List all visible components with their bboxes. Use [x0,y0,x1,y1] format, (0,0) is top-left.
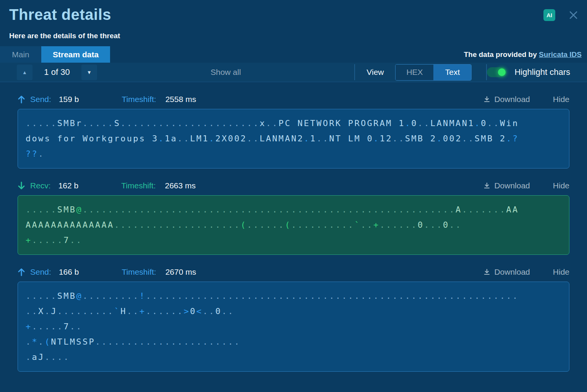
hide-button[interactable]: Hide [553,267,569,277]
direction-label: Send: [30,267,51,277]
stream-line: ??. [26,146,561,162]
stream-content: .....SMB@...............................… [18,195,569,255]
tab-stream-data[interactable]: Stream data [41,46,110,63]
download-icon [483,182,490,189]
stream-size: 159 b [59,95,79,104]
hide-button[interactable]: Hide [553,181,569,190]
stream-toolbar: ▲ 1 of 30 ▼ Show all View HEX Text Highl… [0,63,587,82]
stream-size: 162 b [58,181,79,190]
stream-section: Send: 166 b Timeshift: 2670 ms Download … [0,255,587,372]
download-icon [483,269,490,275]
view-text-button[interactable]: Text [433,65,471,80]
download-icon [483,96,490,103]
tab-main[interactable]: Main [0,46,41,63]
tab-bar: Main Stream data The data provided by Su… [0,46,587,63]
stream-list: Send: 159 b Timeshift: 2558 ms Download … [0,82,587,372]
stream-line: .....SMB@.........!.....................… [26,288,561,304]
stream-line: AAAAAAAAAAAAAA....................(.....… [26,217,561,233]
dialog-header: Threat details AI Here are the details o… [0,0,587,40]
show-all-button[interactable]: Show all [211,68,241,77]
close-icon [568,16,579,21]
page-title: Threat details [9,6,578,23]
stream-line: dows for Workgroups 3.1a..LM1.2X002..LAN… [26,131,561,146]
stream-line: .....SMB@...............................… [26,202,561,217]
stream-line: +.....7.. [26,233,561,248]
timeshift-label: Timeshift: [122,95,156,104]
timeshift-value: 2663 ms [165,181,196,190]
stream-section: Send: 159 b Timeshift: 2558 ms Download … [0,82,587,168]
highlight-chars-label: Highlight chars [514,67,570,77]
close-button[interactable] [568,10,579,20]
stream-content: .....SMBr.....S......................x..… [18,109,569,168]
stream-line: ..X.J.........`H..+......>0<..0.. [26,304,561,319]
timeshift-value: 2558 ms [165,95,196,104]
view-hex-button[interactable]: HEX [396,65,433,80]
download-button[interactable]: Download [483,267,530,277]
stream-section: Recv: 162 b Timeshift: 2663 ms Download … [0,168,587,255]
data-provider-note: The data provided by Suricata IDS [464,50,587,59]
stream-line: .aJ.... [26,350,561,365]
page-subtitle: Here are the details of the threat [9,32,578,40]
triangle-up-icon: ▲ [22,70,27,75]
suricata-ids-link[interactable]: Suricata IDS [539,50,582,58]
timeshift-label: Timeshift: [122,267,156,277]
stream-pager: 1 of 30 [32,67,81,77]
next-stream-button[interactable]: ▼ [81,65,97,80]
toggle-thumb [498,68,506,76]
toolbar-divider [354,64,355,80]
download-button[interactable]: Download [483,181,530,190]
highlight-chars-toggle[interactable] [487,67,507,77]
view-mode-segmented-control: HEX Text [395,64,472,81]
stream-line: +.....7.. [26,319,561,334]
view-label: View [366,68,384,77]
download-button[interactable]: Download [483,95,530,104]
direction-arrow-icon [18,181,25,190]
direction-arrow-icon [18,95,25,104]
direction-label: Recv: [30,181,51,190]
direction-arrow-icon [18,268,25,276]
hide-button[interactable]: Hide [553,95,569,104]
stream-size: 166 b [59,267,79,277]
timeshift-value: 2670 ms [165,267,196,277]
direction-label: Send: [30,95,51,104]
prev-stream-button[interactable]: ▲ [17,65,32,80]
timeshift-label: Timeshift: [121,181,156,190]
triangle-down-icon: ▼ [87,70,92,75]
stream-line: .*.(NTLMSSP....................... [26,334,561,350]
ai-badge[interactable]: AI [543,9,555,21]
stream-content: .....SMB@.........!.....................… [18,282,569,372]
stream-line: .....SMBr.....S......................x..… [26,116,561,131]
